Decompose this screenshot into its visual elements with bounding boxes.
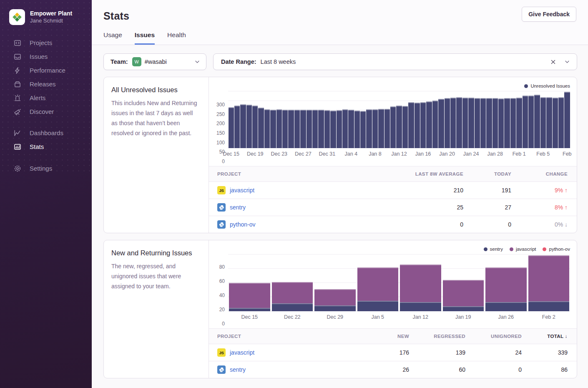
bar[interactable] <box>426 101 432 148</box>
bar[interactable] <box>396 106 402 148</box>
tab-issues[interactable]: Issues <box>135 31 155 45</box>
chevron-down-icon[interactable] <box>564 59 570 65</box>
bar[interactable] <box>378 109 384 148</box>
bar[interactable] <box>312 110 318 148</box>
bar[interactable] <box>324 110 330 148</box>
sidebar-item-settings[interactable]: Settings <box>0 161 92 175</box>
bar[interactable] <box>294 110 300 148</box>
bar[interactable] <box>523 96 528 148</box>
bar[interactable] <box>342 109 348 148</box>
sidebar-item-discover[interactable]: Discover <box>0 105 92 118</box>
stacked-bar[interactable] <box>485 267 527 311</box>
bar[interactable] <box>258 108 264 148</box>
stacked-bar[interactable] <box>528 255 570 311</box>
bar[interactable] <box>276 109 282 148</box>
bar[interactable] <box>282 110 288 148</box>
stacked-bar[interactable] <box>357 267 399 311</box>
sidebar-item-projects[interactable]: Projects <box>0 36 92 50</box>
bar[interactable] <box>486 98 492 148</box>
stacked-bar[interactable] <box>314 289 356 311</box>
sidebar-item-alerts[interactable]: Alerts <box>0 91 92 105</box>
stacked-bar[interactable] <box>229 283 270 311</box>
sidebar-item-performance[interactable]: Performance <box>0 63 92 77</box>
bar[interactable] <box>493 98 498 148</box>
clear-date-icon[interactable] <box>550 59 556 65</box>
bar[interactable] <box>534 95 540 148</box>
bar[interactable] <box>337 110 342 148</box>
date-range-select[interactable]: Date Range: Last 8 weeks <box>213 53 577 70</box>
bar[interactable] <box>408 102 414 148</box>
org-switcher[interactable]: Empower Plant Jane Schmidt <box>0 0 92 25</box>
bar[interactable] <box>366 109 372 148</box>
stacked-bar[interactable] <box>443 280 484 311</box>
bar[interactable] <box>246 105 252 148</box>
bar[interactable] <box>300 110 306 148</box>
tab-health[interactable]: Health <box>167 31 186 45</box>
project-link[interactable]: javascript <box>230 349 254 356</box>
bar[interactable] <box>504 98 510 148</box>
unresolved-issues-bar-chart[interactable]: 050100150200250300Dec 15Dec 19Dec 23Dec … <box>214 91 570 162</box>
team-select[interactable]: Team: W #wasabi <box>103 53 206 70</box>
bar[interactable] <box>384 109 390 148</box>
bar[interactable] <box>348 110 354 148</box>
bar[interactable] <box>558 97 564 148</box>
bar[interactable] <box>240 104 246 148</box>
bar[interactable] <box>480 98 486 148</box>
bar[interactable] <box>390 106 396 148</box>
sidebar-item-dashboards[interactable]: Dashboards <box>0 126 92 140</box>
bar[interactable] <box>264 109 270 148</box>
bar[interactable] <box>318 110 324 148</box>
change-value: 9% ↑ <box>520 187 577 194</box>
stacked-bar[interactable] <box>400 265 441 311</box>
new-returning-stacked-bar-chart[interactable]: 020406080Dec 15Dec 22Dec 29Jan 5Jan 12Ja… <box>214 254 570 324</box>
project-link[interactable]: sentry <box>230 366 246 373</box>
bar[interactable] <box>402 106 408 148</box>
stats-tabs: Usage Issues Health <box>103 31 576 45</box>
bar[interactable] <box>456 97 462 148</box>
bar[interactable] <box>510 98 516 148</box>
legend-dot <box>524 84 528 88</box>
change-value: 0% ↓ <box>520 221 577 228</box>
bar[interactable] <box>438 99 444 148</box>
give-feedback-button[interactable]: Give Feedback <box>522 7 576 22</box>
bar[interactable] <box>307 110 312 148</box>
stacked-bar[interactable] <box>272 282 313 311</box>
tab-usage[interactable]: Usage <box>103 31 122 45</box>
bar[interactable] <box>528 96 534 148</box>
bar[interactable] <box>372 109 378 148</box>
bar[interactable] <box>288 110 294 148</box>
bar[interactable] <box>360 111 366 148</box>
bar[interactable] <box>415 103 420 148</box>
bar[interactable] <box>432 101 438 148</box>
sorted-column-header[interactable]: TOTAL ↓ <box>531 334 577 339</box>
project-link[interactable]: javascript <box>230 187 254 194</box>
project-link[interactable]: sentry <box>230 204 246 211</box>
bar[interactable] <box>553 98 558 148</box>
bar[interactable] <box>450 98 456 148</box>
bar[interactable] <box>229 107 234 148</box>
project-link[interactable]: python-ov <box>230 221 255 228</box>
sidebar-item-releases[interactable]: Releases <box>0 77 92 91</box>
bar[interactable] <box>546 97 552 148</box>
bar[interactable] <box>330 111 336 148</box>
bar[interactable] <box>445 98 450 148</box>
bar[interactable] <box>234 106 240 148</box>
bar[interactable] <box>354 111 360 148</box>
bar[interactable] <box>462 98 468 148</box>
bar[interactable] <box>270 110 276 148</box>
bar[interactable] <box>468 98 474 148</box>
sidebar-item-issues[interactable]: Issues <box>0 50 92 63</box>
arrow-down-icon: ↓ <box>565 221 568 228</box>
date-range-value: Last 8 weeks <box>261 58 546 65</box>
bar[interactable] <box>564 92 570 148</box>
bar[interactable] <box>540 97 546 148</box>
chart-legend: sentry javascript python-ov <box>214 245 570 253</box>
bar[interactable] <box>252 106 258 148</box>
panel-description-text: The new, regressed, and unignored issues… <box>111 261 199 291</box>
sidebar-item-stats[interactable]: Stats <box>0 140 92 154</box>
bar[interactable] <box>475 98 480 148</box>
releases-icon <box>13 80 21 88</box>
bar[interactable] <box>420 102 426 148</box>
bar[interactable] <box>498 98 504 148</box>
bar[interactable] <box>516 98 522 148</box>
